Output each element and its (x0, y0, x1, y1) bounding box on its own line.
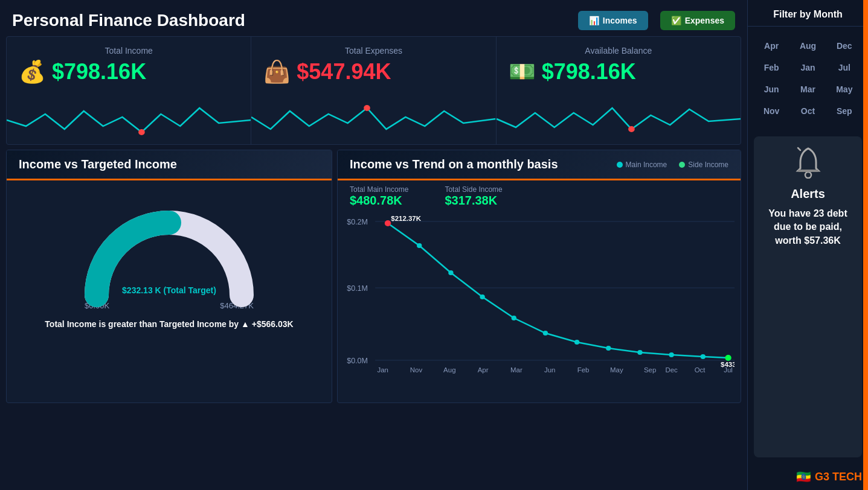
month-sep[interactable]: Sep (830, 104, 859, 118)
legend-side: Side Income (679, 161, 728, 169)
svg-point-18 (669, 352, 674, 357)
trend-chart-area: $0.2M $0.1M $0.0M (338, 212, 741, 381)
income-value: $798.16K (52, 59, 146, 84)
page-title: Personal Finance Dashboard (12, 11, 566, 30)
svg-text:Jul: Jul (724, 366, 733, 374)
trend-header: Income vs Trend on a monthly basis Main … (338, 150, 741, 180)
svg-text:Jan: Jan (377, 366, 388, 374)
expenses-button[interactable]: ✅ Expenses (660, 11, 735, 30)
svg-point-15 (574, 340, 579, 345)
svg-text:Mar: Mar (510, 366, 522, 374)
month-nov[interactable]: Nov (757, 104, 786, 118)
svg-point-2 (628, 126, 635, 132)
donut-center-label: $232.13 K (Total Target) (122, 285, 216, 295)
svg-point-17 (637, 350, 642, 355)
svg-line-35 (798, 148, 800, 150)
brand-text: G3 TECH (815, 471, 862, 483)
brand-area: 🇪🇹 G3 TECH (748, 463, 868, 490)
expenses-icon: ✅ (671, 16, 681, 25)
svg-point-13 (512, 316, 516, 320)
svg-point-1 (364, 105, 371, 111)
month-jul[interactable]: Jul (830, 60, 859, 75)
main-area: Income vs Targeted Income $232.13 K (Tot… (6, 150, 741, 403)
svg-text:$0.2M: $0.2M (347, 218, 368, 226)
month-jun[interactable]: Jun (757, 82, 786, 97)
svg-text:$0.1M: $0.1M (347, 284, 368, 293)
legend-main: Main Income (617, 161, 667, 169)
header: Personal Finance Dashboard 📊 Incomes ✅ E… (0, 0, 747, 36)
svg-point-0 (138, 129, 145, 135)
month-dec[interactable]: Dec (830, 39, 859, 53)
donut-summary: Total Income is greater than Targeted In… (39, 319, 299, 329)
month-apr[interactable]: Apr (757, 39, 786, 53)
filter-title: Filter by Month (754, 9, 862, 20)
month-feb[interactable]: Feb (757, 60, 786, 75)
expenses-sparkline (251, 96, 495, 144)
kpi-available-balance: Available Balance 💵 $798.16K (497, 37, 741, 144)
month-oct[interactable]: Oct (793, 104, 822, 118)
incomes-button[interactable]: 📊 Incomes (578, 11, 648, 30)
svg-text:$212.37K: $212.37K (391, 215, 422, 222)
svg-text:Nov: Nov (410, 366, 423, 374)
income-sparkline (7, 96, 251, 144)
svg-rect-37 (798, 170, 818, 172)
svg-point-12 (480, 294, 484, 299)
income-target-panel: Income vs Targeted Income $232.13 K (Tot… (6, 150, 332, 403)
svg-point-20 (725, 355, 731, 361)
alerts-message: You have 23 debt due to be paid, worth $… (763, 207, 853, 247)
alerts-panel: Alerts You have 23 debt due to be paid, … (754, 136, 862, 457)
month-may[interactable]: May (830, 82, 859, 97)
income-target-title: Income vs Targeted Income (19, 158, 320, 171)
month-mar[interactable]: Mar (793, 82, 822, 97)
svg-point-16 (606, 346, 611, 351)
side-income-stat: Total Side Income $317.38K (445, 185, 502, 208)
income-target-header: Income vs Targeted Income (7, 150, 332, 180)
bell-icon (793, 145, 823, 184)
svg-text:Oct: Oct (695, 366, 706, 374)
right-accent (863, 0, 868, 490)
kpi-total-income: Total Income 💰 $798.16K (7, 37, 251, 144)
svg-point-36 (805, 172, 811, 178)
kpi-row: Total Income 💰 $798.16K Total Expenses 👜… (6, 36, 741, 145)
svg-point-9 (385, 220, 391, 226)
main-income-dot (617, 162, 623, 168)
svg-text:$0.0M: $0.0M (347, 357, 368, 365)
svg-text:Dec: Dec (665, 366, 678, 374)
balance-sparkline (497, 96, 741, 144)
balance-icon: 💵 (509, 59, 536, 84)
right-sidebar: Filter by Month Apr Aug Dec Feb Jan Jul … (747, 0, 868, 490)
svg-point-14 (543, 331, 548, 336)
expenses-icon: 👜 (263, 59, 291, 84)
svg-text:Apr: Apr (478, 366, 489, 374)
donut-area: $232.13 K (Total Target) $0.00K $464.27K… (7, 180, 332, 335)
legend: Main Income Side Income (617, 161, 728, 169)
filter-header: Filter by Month (748, 0, 868, 27)
trend-stats: Total Main Income $480.78K Total Side In… (338, 180, 741, 212)
svg-text:Jun: Jun (544, 366, 556, 374)
month-aug[interactable]: Aug (793, 39, 822, 53)
main-income-stat: Total Main Income $480.78K (350, 185, 408, 208)
incomes-icon: 📊 (589, 16, 599, 25)
alerts-title: Alerts (791, 187, 825, 201)
svg-point-10 (417, 243, 422, 248)
svg-point-19 (701, 354, 706, 359)
kpi-total-expenses: Total Expenses 👜 $547.94K (251, 37, 496, 144)
balance-value: $798.16K (542, 59, 636, 84)
side-income-dot (679, 162, 685, 168)
svg-text:Aug: Aug (443, 366, 455, 374)
svg-point-11 (448, 270, 453, 275)
income-icon: 💰 (19, 59, 46, 84)
expenses-value: $547.94K (297, 59, 391, 84)
svg-text:Feb: Feb (577, 366, 590, 374)
month-grid[interactable]: Apr Aug Dec Feb Jan Jul Jun Mar May Nov … (748, 27, 868, 130)
donut-chart: $232.13 K (Total Target) (79, 186, 260, 307)
svg-text:May: May (610, 366, 623, 374)
trend-title: Income vs Trend on a monthly basis (350, 158, 558, 171)
trend-panel: Income vs Trend on a monthly basis Main … (337, 150, 741, 403)
svg-text:Sep: Sep (644, 366, 656, 374)
trend-svg: $0.2M $0.1M $0.0M (344, 212, 735, 381)
month-jan[interactable]: Jan (793, 60, 822, 75)
